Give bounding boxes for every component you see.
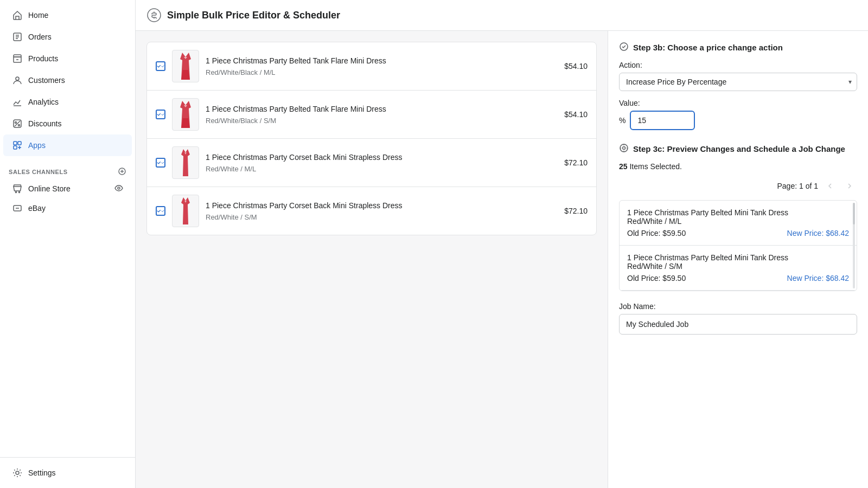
scrollbar-thumb[interactable] bbox=[853, 203, 855, 224]
add-channel-icon[interactable] bbox=[118, 167, 126, 177]
product-info-1: 1 Piece Christmas Party Belted Tank Flar… bbox=[206, 56, 558, 77]
product-price-4: $72.10 bbox=[564, 207, 588, 215]
settings-label: Settings bbox=[28, 468, 56, 477]
svg-rect-7 bbox=[18, 142, 21, 145]
product-variant-2: Red/White/Black / S/M bbox=[206, 117, 558, 125]
sidebar-item-settings[interactable]: Settings bbox=[3, 462, 132, 484]
products-icon bbox=[12, 53, 23, 64]
content-area: 1 Piece Christmas Party Belted Tank Flar… bbox=[136, 31, 868, 488]
svg-rect-8 bbox=[14, 146, 17, 149]
product-info-2: 1 Piece Christmas Party Belted Tank Flar… bbox=[206, 104, 558, 125]
product-info-4: 1 Piece Christmas Party Corset Back Mini… bbox=[206, 201, 558, 222]
items-selected-count: 25 bbox=[619, 162, 628, 171]
sales-channels-label: SALES CHANNELS bbox=[9, 169, 68, 175]
job-name-input[interactable] bbox=[619, 314, 857, 335]
product-checkbox-3[interactable] bbox=[156, 158, 165, 168]
preview-item-1-prices: Old Price: $59.50 New Price: $68.42 bbox=[627, 229, 849, 237]
customers-icon bbox=[12, 75, 23, 86]
sales-channels-section: SALES CHANNELS bbox=[0, 160, 135, 179]
preview-item-1: 1 Piece Christmas Party Belted Mini Tank… bbox=[620, 201, 857, 246]
sidebar: Home Orders Products bbox=[0, 0, 136, 488]
app-title: Simple Bulk Price Editor & Scheduler bbox=[167, 10, 340, 21]
product-variant-4: Red/White / S/M bbox=[206, 213, 558, 221]
table-row: 1 Piece Christmas Party Belted Tank Flar… bbox=[147, 42, 596, 91]
ebay-label: eBay bbox=[28, 204, 46, 213]
prev-page-button[interactable] bbox=[822, 178, 838, 194]
sidebar-item-customers[interactable]: Customers bbox=[3, 69, 132, 91]
product-price-3: $72.10 bbox=[564, 158, 588, 167]
table-row: 1 Piece Christmas Party Corset Back Mini… bbox=[147, 139, 596, 187]
action-select[interactable]: Increase Price By Percentage Decrease Pr… bbox=[619, 73, 857, 91]
scrollbar-track bbox=[853, 203, 855, 288]
settings-icon bbox=[12, 467, 23, 478]
product-price-1: $54.10 bbox=[564, 62, 588, 70]
product-image-4 bbox=[172, 195, 199, 227]
product-checkbox-1[interactable] bbox=[156, 61, 165, 71]
step-3c-icon bbox=[619, 143, 629, 155]
analytics-icon bbox=[12, 97, 23, 107]
sidebar-item-discounts[interactable]: Discounts bbox=[3, 113, 132, 134]
sidebar-item-discounts-label: Discounts bbox=[28, 119, 61, 128]
value-input[interactable] bbox=[630, 111, 695, 130]
svg-point-4 bbox=[18, 125, 20, 126]
sidebar-channel-online-store[interactable]: Online Store bbox=[3, 179, 132, 198]
step-3b-title: Step 3b: Choose a price change action bbox=[633, 43, 783, 52]
product-variant-1: Red/White/Black / M/L bbox=[206, 68, 558, 76]
product-image-3 bbox=[172, 146, 199, 179]
next-page-button[interactable] bbox=[842, 178, 857, 194]
preview-item-1-name: 1 Piece Christmas Party Belted Mini Tank… bbox=[627, 208, 849, 226]
sidebar-nav: Home Orders Products bbox=[0, 0, 135, 160]
product-image-2 bbox=[172, 98, 199, 131]
sidebar-item-orders-label: Orders bbox=[28, 33, 52, 41]
old-price-1: Old Price: $59.50 bbox=[627, 229, 686, 237]
right-panel: Step 3b: Choose a price change action Ac… bbox=[608, 31, 868, 488]
sidebar-channel-ebay[interactable]: eBay bbox=[3, 198, 132, 218]
preview-item-2-name: 1 Piece Christmas Party Belted Mini Tank… bbox=[627, 253, 849, 271]
sidebar-item-apps-label: Apps bbox=[28, 141, 46, 150]
sidebar-item-products[interactable]: Products bbox=[3, 48, 132, 69]
product-image-1 bbox=[172, 50, 199, 82]
value-field: Value: % bbox=[619, 99, 857, 130]
product-checkbox-4[interactable] bbox=[156, 206, 165, 216]
preview-item-2-prices: Old Price: $59.50 New Price: $68.42 bbox=[627, 274, 849, 282]
svg-rect-6 bbox=[14, 142, 17, 145]
svg-point-18 bbox=[623, 147, 626, 150]
step-3b-header: Step 3b: Choose a price change action bbox=[619, 42, 857, 53]
apps-icon bbox=[12, 140, 23, 151]
sidebar-item-analytics[interactable]: Analytics bbox=[3, 91, 132, 113]
page-info: Page: 1 of 1 bbox=[777, 182, 818, 190]
action-select-wrapper: Increase Price By Percentage Decrease Pr… bbox=[619, 73, 857, 91]
sidebar-item-orders[interactable]: Orders bbox=[3, 26, 132, 48]
preview-item-2: 1 Piece Christmas Party Belted Mini Tank… bbox=[620, 246, 857, 291]
product-price-2: $54.10 bbox=[564, 110, 588, 119]
product-name-3: 1 Piece Christmas Party Corset Back Mini… bbox=[206, 152, 558, 163]
product-checkbox-2[interactable] bbox=[156, 110, 165, 119]
svg-point-14 bbox=[16, 471, 19, 474]
svg-point-10 bbox=[16, 192, 17, 193]
sidebar-item-apps[interactable]: Apps bbox=[3, 134, 132, 156]
old-price-2: Old Price: $59.50 bbox=[627, 274, 686, 282]
product-name-4: 1 Piece Christmas Party Corset Back Mini… bbox=[206, 201, 558, 211]
table-row: 1 Piece Christmas Party Belted Tank Flar… bbox=[147, 91, 596, 139]
sidebar-item-home[interactable]: Home bbox=[3, 4, 132, 26]
online-store-eye-icon[interactable] bbox=[114, 184, 123, 194]
table-row: 1 Piece Christmas Party Corset Back Mini… bbox=[147, 187, 596, 235]
sidebar-item-home-label: Home bbox=[28, 11, 48, 20]
home-icon bbox=[12, 10, 23, 21]
preview-list: 1 Piece Christmas Party Belted Mini Tank… bbox=[619, 200, 857, 291]
new-price-1: New Price: $68.42 bbox=[787, 229, 849, 237]
ebay-icon bbox=[12, 203, 23, 214]
online-store-label: Online Store bbox=[28, 184, 71, 193]
pagination: Page: 1 of 1 bbox=[619, 178, 857, 194]
step-3c-section: Step 3c: Preview Changes and Schedule a … bbox=[619, 143, 857, 335]
action-field: Action: Increase Price By Percentage Dec… bbox=[619, 61, 857, 91]
product-name-1: 1 Piece Christmas Party Belted Tank Flar… bbox=[206, 56, 558, 67]
sidebar-bottom: Settings bbox=[0, 457, 135, 488]
step-3c-title: Step 3c: Preview Changes and Schedule a … bbox=[633, 144, 845, 153]
orders-icon bbox=[12, 31, 23, 42]
step-3b-icon bbox=[619, 42, 629, 53]
product-info-3: 1 Piece Christmas Party Corset Back Mini… bbox=[206, 152, 558, 174]
value-label: Value: bbox=[619, 99, 857, 107]
product-list-container: 1 Piece Christmas Party Belted Tank Flar… bbox=[146, 42, 597, 235]
product-variant-3: Red/White / M/L bbox=[206, 165, 558, 173]
